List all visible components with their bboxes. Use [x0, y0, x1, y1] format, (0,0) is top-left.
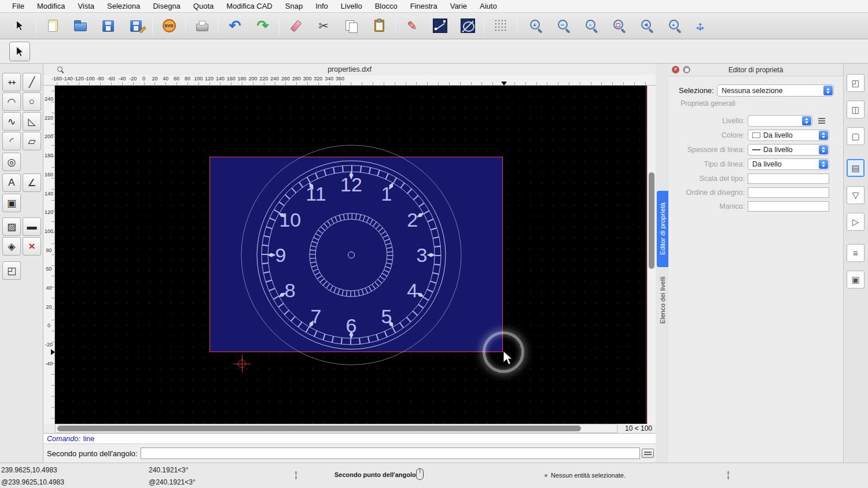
linetype-scale-input[interactable] — [748, 173, 829, 184]
zoom-window-button[interactable]: ▪ — [661, 15, 684, 37]
clock-number: 5 — [381, 305, 392, 327]
menu-file[interactable]: File — [6, 2, 31, 10]
clipboard-dock-button[interactable]: ▣ — [847, 271, 865, 289]
box3d-tool-button[interactable]: ◰ — [2, 261, 21, 280]
grid-toggle-button[interactable] — [489, 15, 512, 37]
menu-finestra[interactable]: Finestra — [404, 2, 444, 10]
fillet-icon: ◜ — [10, 135, 14, 147]
zoom-auto-icon: ▫ — [586, 20, 595, 29]
save-button[interactable] — [97, 15, 120, 37]
horizontal-ruler: -160 -140 -120 -100 -80 -60 -40 -20 0 20… — [43, 75, 656, 86]
mouse-cursor — [502, 350, 513, 365]
menu-modifica[interactable]: Modifica — [31, 2, 71, 10]
print-preview-button[interactable] — [190, 15, 214, 37]
zoom-in-button[interactable]: + — [522, 15, 545, 37]
zoom-out-icon: − — [558, 20, 568, 29]
ellipse-tool-button[interactable]: ◎ — [2, 153, 21, 171]
linetype-dropdown[interactable]: Da livello — [748, 158, 829, 170]
modify-line-button[interactable] — [428, 15, 451, 37]
pan-button[interactable]: ↔↕ — [689, 15, 712, 37]
menu-livello[interactable]: Livello — [334, 2, 369, 10]
zoom-out-button[interactable]: − — [550, 15, 573, 37]
lineweight-dropdown[interactable]: Da livello — [748, 144, 829, 156]
pointer-tool-button[interactable] — [8, 15, 31, 37]
shape-tool-button[interactable]: ◈ — [2, 237, 21, 256]
menu-varie[interactable]: Varie — [444, 2, 473, 10]
redo-button[interactable]: ↷ — [251, 15, 274, 37]
command-options-button[interactable] — [642, 449, 654, 458]
color-dropdown[interactable]: Da livello — [748, 130, 829, 141]
dropdown-stepper-icon — [823, 86, 833, 95]
selection-value: Nessuna selezione — [722, 87, 783, 95]
command-label: Comando: — [47, 435, 80, 443]
circle-tool-button[interactable]: ○ — [23, 93, 41, 111]
draw-order-input[interactable] — [748, 187, 829, 198]
zoom-previous-button[interactable]: ◂ — [633, 15, 656, 37]
tab-layer-list[interactable]: Elenco dei livelli — [657, 270, 668, 330]
shape-icon: ◈ — [8, 241, 15, 253]
point-tool-button[interactable]: ++ — [2, 73, 21, 91]
active-pointer-tool-button[interactable] — [9, 42, 30, 61]
cam-dock-button[interactable]: ▷ — [847, 213, 865, 231]
image-tool-button[interactable]: ▣ — [2, 194, 21, 212]
new-file-button[interactable] — [41, 15, 64, 37]
text-tool-button[interactable]: A — [2, 173, 21, 192]
cut-button[interactable]: ✂ — [312, 15, 335, 37]
selection-label: Selezione: — [679, 86, 714, 95]
tab-property-editor[interactable]: Editor di proprietà — [657, 191, 668, 267]
copy-button[interactable] — [340, 15, 363, 37]
zoom-selection-button[interactable]: ▢ — [605, 15, 628, 37]
selection-dropdown[interactable]: Nessuna selezione — [717, 84, 834, 97]
ruler-tool-button[interactable]: ▬ — [23, 217, 41, 236]
hatch-tool-button[interactable]: ▨ — [2, 217, 21, 236]
horizontal-scrollbar[interactable] — [55, 424, 617, 433]
modify-ellipse-button[interactable] — [456, 15, 479, 37]
undo-button[interactable]: ↶ — [223, 15, 247, 37]
command-input[interactable] — [141, 448, 640, 459]
vertical-scrollbar[interactable] — [647, 86, 656, 424]
polygon-tool-button[interactable]: ▱ — [23, 132, 41, 150]
menu-aiuto[interactable]: Aiuto — [473, 2, 503, 10]
layers-dock-button[interactable]: ◫ — [847, 101, 865, 119]
status-hint: Secondo punto dell'angolo — [334, 471, 416, 478]
save-as-button[interactable] — [124, 15, 148, 37]
measure-tool-button[interactable]: × — [23, 237, 41, 256]
handle-input[interactable] — [748, 201, 829, 212]
polyline-tool-button[interactable]: ◺ — [23, 112, 41, 131]
pen-button[interactable]: ✎ — [400, 15, 424, 37]
svg-export-button[interactable]: SVG — [157, 15, 181, 37]
layer-menu-icon[interactable] — [816, 116, 827, 126]
property-editor-dock-button[interactable]: ▤ — [847, 159, 865, 177]
grid-zoom-label: 10 < 100 — [617, 424, 656, 433]
menu-quota[interactable]: Quota — [187, 2, 220, 10]
spline-tool-button[interactable]: ∿ — [2, 112, 21, 131]
clock-number: 3 — [417, 244, 428, 266]
filter-dock-button[interactable]: ▽ — [847, 186, 865, 204]
menu-vista[interactable]: Vista — [71, 2, 101, 10]
vertical-scrollbar-thumb[interactable] — [649, 172, 654, 269]
viewport-dock-button[interactable]: ◰ — [847, 74, 865, 92]
menu-snap[interactable]: Snap — [279, 2, 309, 10]
document-title: properties.dxf — [328, 65, 372, 73]
zoom-auto-button[interactable]: ▫ — [578, 15, 601, 37]
blank-page-dock-button[interactable]: ▢ — [847, 127, 865, 145]
open-file-button[interactable] — [69, 15, 92, 37]
dimension-icon: ∠ — [27, 177, 36, 189]
menu-info[interactable]: Info — [309, 2, 334, 10]
arc-tool-button[interactable]: ◠ — [2, 93, 21, 111]
save-icon — [102, 20, 114, 32]
menu-blocco[interactable]: Blocco — [369, 2, 404, 10]
line-tool-button[interactable]: ╱ — [23, 73, 41, 91]
fillet-tool-button[interactable]: ◜ — [2, 132, 21, 150]
delete-button[interactable] — [284, 15, 307, 37]
vruler-cursor-marker — [51, 349, 55, 355]
command-list-dock-button[interactable]: ≡ — [847, 244, 865, 262]
cad-canvas[interactable]: 12 1 2 3 4 5 6 7 8 9 10 11 — [55, 86, 647, 424]
menu-seleziona[interactable]: Seleziona — [101, 2, 146, 10]
paste-button[interactable] — [367, 15, 391, 37]
menu-modifica-cad[interactable]: Modifica CAD — [220, 2, 278, 10]
layer-dropdown[interactable] — [748, 115, 812, 127]
menu-disegna[interactable]: Disegna — [146, 2, 187, 10]
horizontal-scrollbar-thumb[interactable] — [57, 426, 581, 431]
dimension-tool-button[interactable]: ∠ — [23, 173, 41, 192]
